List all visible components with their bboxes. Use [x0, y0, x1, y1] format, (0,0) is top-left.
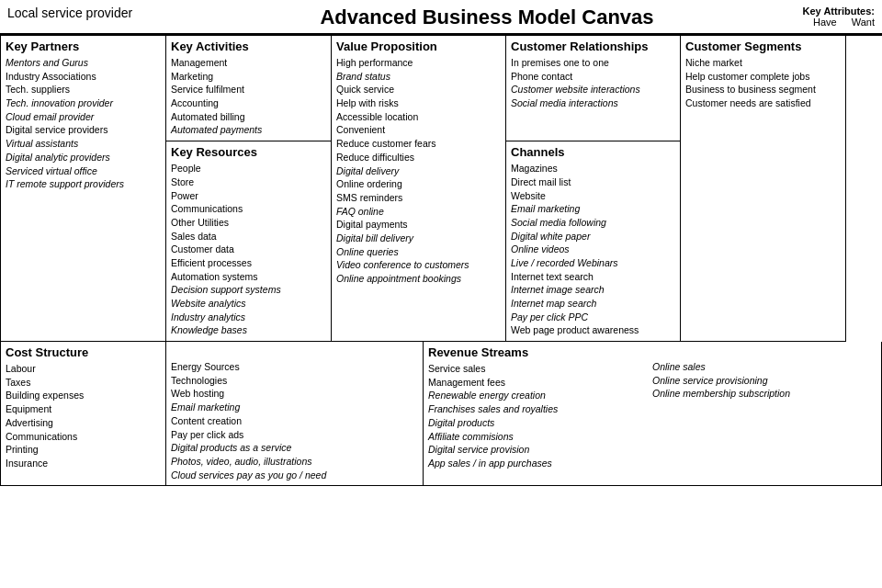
list-item: Website analytics [171, 297, 326, 311]
list-item: FAQ online [336, 205, 501, 219]
list-item: Power [171, 189, 326, 203]
customer-segments-content: Niche marketHelp customer complete jobsB… [685, 56, 841, 110]
list-item: Digital bill delivery [336, 232, 501, 245]
header-right: Key Attributes: Have Want [764, 6, 875, 28]
list-item: Marketing [171, 70, 326, 84]
list-item: Convenient [336, 123, 501, 137]
list-item: Printing [6, 443, 161, 457]
list-item: Online sales [652, 360, 876, 374]
list-item: Internet text search [511, 270, 675, 284]
want-label: Want [852, 17, 875, 28]
list-item: Technologies [171, 374, 418, 388]
list-item: Online videos [511, 243, 675, 256]
list-item: Affiliate commisions [428, 430, 649, 444]
cost-structure-extra-content: Energy SourcesTechnologiesWeb hostingEma… [171, 360, 418, 481]
list-item: Email marketing [171, 401, 418, 414]
key-partners-cell: Key Partners Mentors and GurusIndustry A… [1, 36, 166, 342]
cost-structure-cell: Cost Structure LabourTaxesBuilding expen… [1, 342, 166, 486]
list-item: Digital products [428, 416, 649, 430]
list-item: Tech. suppliers [6, 83, 161, 96]
list-item: Reduce customer fears [336, 137, 501, 151]
list-item: Brand status [336, 70, 501, 84]
list-item: App sales / in app purchases [428, 457, 649, 470]
list-item: Live / recorded Webinars [511, 256, 675, 270]
list-item: Knowledge bases [171, 323, 326, 337]
key-resources-cell: Key Resources PeopleStorePowerCommunicat… [166, 141, 332, 342]
list-item: Renewable energy creation [428, 389, 649, 402]
list-item: Web hosting [171, 387, 418, 401]
channels-cell: Channels MagazinesDirect mail listWebsit… [506, 141, 681, 342]
list-item: Pay per click PPC [511, 311, 675, 324]
have-label: Have [813, 17, 837, 28]
list-item: Quick service [336, 83, 501, 96]
attributes-label: Key Attributes: [764, 6, 875, 17]
customer-relationships-cell: Customer Relationships In premises one t… [506, 36, 681, 141]
list-item: Direct mail list [511, 175, 675, 189]
list-item: Serviced virtual office [6, 164, 161, 178]
list-item: Online ordering [336, 177, 501, 191]
key-activities-title: Key Activities [171, 40, 326, 53]
list-item: Industry Associations [6, 70, 161, 84]
list-item: Social media following [511, 216, 675, 230]
key-partners-title: Key Partners [6, 40, 161, 53]
list-item: Digital white paper [511, 230, 675, 243]
list-item: Customer needs are satisfied [685, 96, 841, 110]
list-item: Internet image search [511, 283, 675, 297]
list-item: Decision support systems [171, 283, 326, 297]
list-item: Digital analytic providers [6, 151, 161, 164]
revenue-streams-title: Revenue Streams [428, 345, 649, 359]
list-item: Mentors and Gurus [6, 56, 161, 70]
list-item: Cloud email provider [6, 110, 161, 124]
channels-content: MagazinesDirect mail listWebsiteEmail ma… [511, 162, 675, 337]
list-item: Photos, video, audio, illustrations [171, 455, 418, 469]
list-item: IT remote support providers [6, 177, 161, 191]
list-item: Online queries [336, 245, 501, 259]
list-item: Communications [6, 430, 161, 444]
revenue-streams-right-content: Online salesOnline service provisioningO… [652, 360, 876, 401]
list-item: Other Utilities [171, 216, 326, 230]
list-item: Phone contact [511, 70, 675, 84]
list-item: Customer data [171, 243, 326, 256]
list-item: Online membership subscription [652, 387, 876, 401]
list-item: Communications [171, 202, 326, 216]
list-item: Help with risks [336, 96, 501, 110]
list-item: Digital service providers [6, 123, 161, 137]
revenue-streams-left: Revenue Streams Service salesManagement … [428, 345, 652, 481]
list-item: Management [171, 56, 326, 70]
list-item: Automation systems [171, 270, 326, 284]
list-item: Insurance [6, 457, 161, 470]
list-item: Social media interactions [511, 96, 675, 110]
list-item: Taxes [6, 376, 161, 390]
list-item: Industry analytics [171, 311, 326, 324]
list-item: Virtual assistants [6, 137, 161, 151]
list-item: Magazines [511, 162, 675, 175]
list-item: Tech. innovation provider [6, 96, 161, 110]
list-item: Accounting [171, 96, 326, 110]
list-item: Automated billing [171, 110, 326, 124]
value-proposition-cell: Value Proposition High performanceBrand … [332, 36, 506, 342]
list-item: Customer website interactions [511, 83, 675, 96]
list-item: Digital payments [336, 218, 501, 232]
list-item: Energy Sources [171, 360, 418, 374]
cost-structure-title: Cost Structure [6, 345, 161, 359]
customer-segments-title: Customer Segments [685, 40, 841, 53]
key-resources-title: Key Resources [171, 145, 326, 159]
list-item: Web page product awareness [511, 323, 675, 337]
list-item: Help customer complete jobs [685, 70, 841, 84]
revenue-streams-cell: Revenue Streams Service salesManagement … [424, 342, 882, 486]
customer-relationships-content: In premises one to onePhone contactCusto… [511, 56, 675, 110]
channels-title: Channels [511, 145, 675, 159]
list-item: Business to business segment [685, 83, 841, 96]
list-item: Content creation [171, 414, 418, 428]
list-item: Franchises sales and royalties [428, 402, 649, 416]
list-item: Equipment [6, 402, 161, 416]
main-grid: Key Partners Mentors and GurusIndustry A… [0, 35, 882, 342]
header-left: Local service provider [7, 6, 209, 20]
bottom-grid: Cost Structure LabourTaxesBuilding expen… [0, 342, 882, 486]
list-item: Digital products as a service [171, 441, 418, 455]
list-item: Niche market [685, 56, 841, 70]
list-item: High performance [336, 56, 501, 70]
customer-relationships-title: Customer Relationships [511, 40, 675, 53]
value-proposition-title: Value Proposition [336, 40, 501, 53]
list-item: Website [511, 189, 675, 203]
